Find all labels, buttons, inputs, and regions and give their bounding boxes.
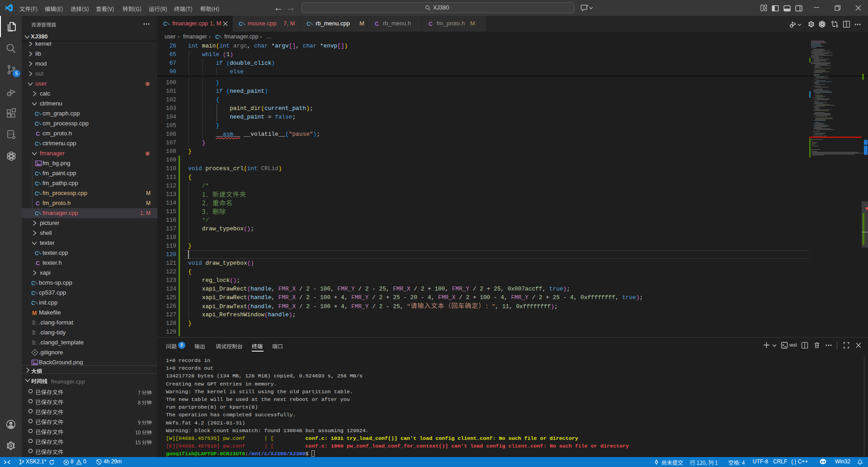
- svg-text:C: C: [31, 290, 35, 296]
- svg-text:M: M: [32, 310, 37, 316]
- svg-text:C: C: [163, 21, 167, 27]
- svg-text:C: C: [239, 21, 243, 27]
- svg-text:C: C: [35, 250, 39, 257]
- svg-text:C: C: [35, 141, 39, 147]
- svg-text:C: C: [35, 181, 39, 187]
- svg-text:C: C: [31, 300, 35, 306]
- svg-text:C: C: [215, 34, 219, 40]
- svg-text:C: C: [429, 21, 433, 27]
- svg-text:C: C: [307, 21, 311, 27]
- svg-text:C: C: [35, 111, 39, 117]
- svg-text:C: C: [35, 171, 39, 177]
- svg-text:C: C: [35, 121, 39, 127]
- svg-text:C: C: [36, 131, 40, 137]
- svg-text:C++: C++: [9, 132, 15, 136]
- svg-text:C: C: [31, 280, 35, 286]
- svg-text:C: C: [36, 260, 40, 267]
- svg-text:C: C: [375, 21, 379, 27]
